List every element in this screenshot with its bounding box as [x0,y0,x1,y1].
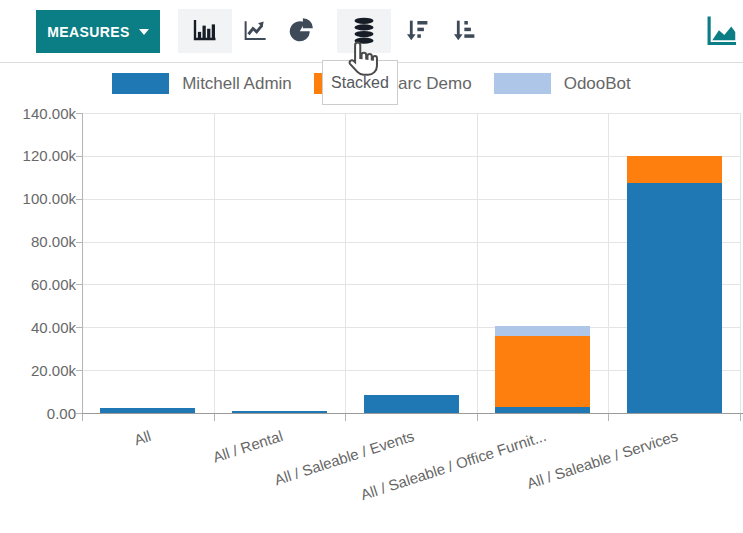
bar-segment[interactable] [495,326,590,335]
gridline [345,113,346,413]
legend-item-label: OdooBot [564,74,631,94]
gridline [82,113,740,114]
measures-button-label: MEASURES [47,24,130,40]
x-tick [82,414,83,421]
graph-toolbar: MEASURES [0,0,743,63]
y-tick-label: 0.00 [0,405,76,422]
x-tick-label: All / Rental [210,427,284,466]
stacked-button[interactable] [337,9,391,53]
y-axis-line [82,113,83,414]
x-tick-label: All [132,427,153,448]
legend-item[interactable]: OdooBot [494,73,631,94]
area-chart-icon [702,11,740,52]
pie-chart-icon [286,15,316,48]
stacked-tooltip: Stacked [322,60,398,105]
area-view-switcher-button[interactable] [699,9,743,53]
y-tick-label: 60.00k [0,276,76,293]
measures-button[interactable]: MEASURES [36,10,160,53]
x-tick [214,414,215,421]
y-tick-label: 140.00k [0,105,76,122]
gridline [477,113,478,413]
bar-segment[interactable] [627,183,722,413]
y-tick-label: 20.00k [0,362,76,379]
legend-swatch [112,73,169,94]
stacked-icon [349,15,379,48]
sort-descending-button[interactable] [394,9,440,53]
chevron-down-icon [139,29,149,35]
bar-chart-icon [190,15,220,48]
sort-descending-icon [403,16,431,47]
pie-chart-button[interactable] [278,9,324,53]
x-tick-label: All / Saleable / Services [524,427,679,492]
sort-ascending-icon [450,16,478,47]
legend-item-label: Mitchell Admin [182,74,292,94]
gridline [740,113,741,413]
y-tick-label: 120.00k [0,147,76,164]
x-tick [608,414,609,421]
legend-swatch [494,73,551,94]
y-tick-label: 100.00k [0,190,76,207]
x-tick [740,414,741,421]
bar-segment[interactable] [364,395,459,413]
gridline [214,113,215,413]
bar-chart-button[interactable] [178,9,232,53]
legend-item[interactable]: Mitchell Admin [112,73,292,94]
chart-canvas: 140.00k120.00k100.00k80.00k60.00k40.00k2… [0,100,743,533]
x-axis-line [82,413,743,414]
stacked-tooltip-label: Stacked [331,74,389,92]
y-tick-label: 40.00k [0,319,76,336]
line-chart-button[interactable] [232,9,278,53]
bar-segment[interactable] [495,336,590,407]
y-tick-label: 80.00k [0,233,76,250]
x-tick [477,414,478,421]
gridline [608,113,609,413]
bar-segment[interactable] [627,156,722,183]
line-chart-icon [240,15,270,48]
sort-ascending-button[interactable] [441,9,487,53]
x-tick [345,414,346,421]
